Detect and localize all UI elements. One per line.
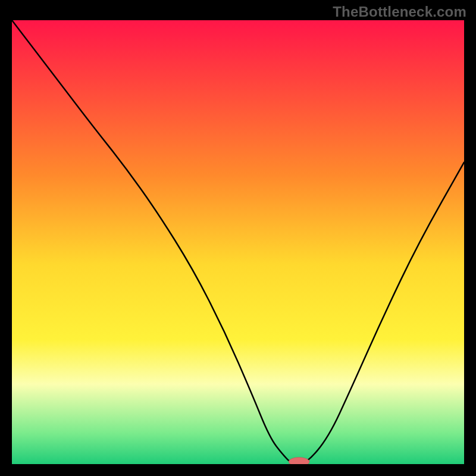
gradient-background <box>12 20 464 464</box>
bottleneck-chart <box>12 20 464 464</box>
chart-frame: TheBottleneck.com <box>0 0 476 476</box>
chart-svg <box>12 20 464 464</box>
watermark-label: TheBottleneck.com <box>333 4 466 20</box>
